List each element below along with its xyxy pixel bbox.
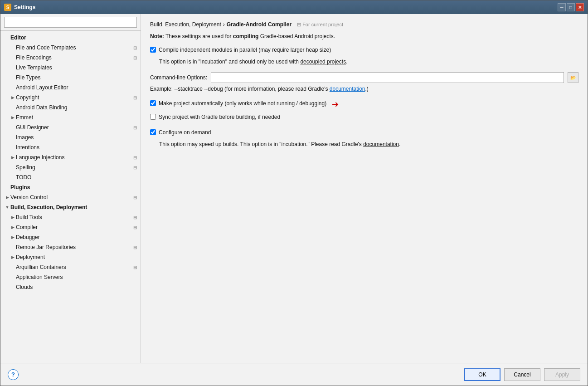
bottom-bar: ? OK Cancel Apply (0, 363, 588, 386)
sidebar-item-debugger[interactable]: ▶ Debugger (0, 232, 141, 242)
sidebar-item-intentions[interactable]: Intentions (0, 142, 141, 152)
compiler-label: Compiler (16, 224, 131, 230)
sidebar-item-deployment[interactable]: ▶ Deployment (0, 252, 141, 262)
images-label: Images (16, 134, 141, 141)
title-bar-left: S Settings (4, 4, 35, 11)
sidebar-item-version-control[interactable]: ▶ Version Control ⊟ (0, 192, 141, 202)
option2-row: Make project automatically (only works w… (150, 99, 578, 109)
sidebar-item-spelling[interactable]: Spelling ⊟ (0, 162, 141, 172)
sidebar-item-plugins[interactable]: Plugins (0, 182, 141, 192)
android-data-binding-label: Android Data Binding (16, 104, 141, 111)
cancel-button[interactable]: Cancel (504, 368, 540, 381)
arquillian-label: Arquillian Containers (16, 264, 131, 270)
close-button[interactable]: ✕ (576, 3, 584, 11)
decoupled-projects-link[interactable]: decoupled projects (300, 59, 346, 65)
sidebar-item-build-tools[interactable]: ▶ Build Tools ⊟ (0, 212, 141, 222)
compile-parallel-checkbox[interactable] (150, 47, 156, 53)
emmet-label: Emmet (16, 114, 141, 121)
example-doc-link[interactable]: documentation (330, 86, 365, 92)
remote-jar-repos-label: Remote Jar Repositories (16, 244, 131, 250)
clouds-label: Clouds (16, 284, 141, 290)
sidebar-item-arquillian[interactable]: Arquillian Containers ⊟ (0, 262, 141, 272)
build-tools-label: Build Tools (16, 214, 131, 220)
copy-icon-li: ⊟ (131, 154, 139, 161)
intentions-label: Intentions (16, 144, 141, 151)
sidebar-item-file-encodings[interactable]: File Encodings ⊟ (0, 53, 141, 63)
cmdline-row: Command-line Options: 📂 (150, 72, 578, 83)
option1-sub: This option is in "incubation" and shoul… (159, 59, 300, 65)
title-bar: S Settings ─ □ ✕ (0, 0, 588, 14)
option1-row: Compile independent modules in parallel … (150, 46, 578, 54)
breadcrumb-path: Build, Execution, Deployment (150, 21, 221, 28)
sidebar-item-images[interactable]: Images (0, 132, 141, 142)
sidebar-item-android-layout-editor[interactable]: Android Layout Editor (0, 83, 141, 93)
editor-label: Editor (10, 34, 141, 41)
configure-demand-label: Configure on demand (159, 128, 211, 137)
sidebar-item-clouds[interactable]: Clouds (0, 282, 141, 292)
sidebar-item-compiler[interactable]: ▶ Compiler ⊟ (0, 222, 141, 232)
breadcrumb-current: Gradle-Android Compiler (227, 21, 292, 28)
sidebar-item-build-execution[interactable]: ▼ Build, Execution, Deployment (0, 202, 141, 212)
arrow-bed: ▼ (4, 205, 10, 210)
help-icon: ? (11, 371, 15, 378)
sync-gradle-checkbox[interactable] (150, 114, 156, 120)
note-text: Note: These settings are used for compil… (150, 32, 578, 40)
sidebar-item-language-injections[interactable]: ▶ Language Injections ⊟ (0, 152, 141, 162)
arrow-li: ▶ (10, 155, 16, 160)
sidebar-item-gui-designer[interactable]: GUI Designer ⊟ (0, 122, 141, 132)
cmdline-label: Command-line Options: (150, 74, 207, 81)
note-bold: compiling (233, 33, 259, 39)
cmdline-browse-button[interactable]: 📂 (568, 72, 578, 83)
sidebar-item-todo[interactable]: TODO (0, 172, 141, 182)
sidebar-item-emmet[interactable]: ▶ Emmet (0, 112, 141, 122)
sidebar-item-file-types[interactable]: File Types (0, 73, 141, 83)
option4-row: Configure on demand (150, 128, 578, 137)
breadcrumb: Build, Execution, Deployment › Gradle-An… (150, 21, 578, 28)
sidebar-item-editor[interactable]: Editor (0, 33, 141, 43)
sidebar-item-live-templates[interactable]: Live Templates (0, 63, 141, 73)
make-auto-label: Make project automatically (only works w… (159, 99, 326, 107)
configure-demand-checkbox[interactable] (150, 129, 156, 135)
version-control-label: Version Control (10, 194, 131, 200)
copy-icon-vc: ⊟ (131, 194, 139, 201)
search-input[interactable] (4, 17, 137, 28)
tree-container: Editor File and Code Templates ⊟ File En… (0, 31, 141, 363)
dialog-buttons: OK Cancel Apply (464, 368, 580, 381)
sidebar-item-file-code-templates[interactable]: File and Code Templates ⊟ (0, 43, 141, 53)
sidebar-item-android-data-binding[interactable]: Android Data Binding (0, 103, 141, 112)
option4-sub: This option may speed up builds. This op… (159, 141, 363, 147)
minimize-button[interactable]: ─ (558, 3, 566, 11)
maximize-button[interactable]: □ (567, 3, 575, 11)
sidebar-item-app-servers[interactable]: Application Servers (0, 272, 141, 282)
title-bar-controls: ─ □ ✕ (558, 3, 584, 11)
copy-icon-spelling: ⊟ (131, 164, 139, 171)
breadcrumb-project: ⊟ For current project (297, 22, 343, 28)
option4-doc-link[interactable]: documentation (363, 141, 399, 147)
content-area: Editor File and Code Templates ⊟ File En… (0, 14, 588, 363)
sidebar-item-copyright[interactable]: ▶ Copyright ⊟ (0, 93, 141, 103)
compile-parallel-label: Compile independent modules in parallel … (159, 46, 331, 54)
file-types-label: File Types (16, 74, 141, 81)
copy-icon-copyright: ⊟ (131, 94, 139, 101)
window-title: Settings (14, 4, 35, 10)
live-templates-label: Live Templates (16, 64, 141, 71)
help-button[interactable]: ? (8, 369, 19, 380)
copy-icon-arquillian: ⊟ (131, 264, 139, 271)
breadcrumb-separator: › (223, 21, 225, 28)
search-box (0, 14, 141, 31)
sidebar-item-remote-jar-repos[interactable]: Remote Jar Repositories ⊟ (0, 242, 141, 252)
file-encodings-label: File Encodings (16, 54, 131, 61)
copy-icon-gui: ⊟ (131, 124, 139, 131)
arrow-copyright: ▶ (10, 95, 16, 100)
sync-gradle-label: Sync project with Gradle before building… (159, 113, 280, 121)
arrow-debugger: ▶ (10, 235, 16, 239)
ok-button[interactable]: OK (464, 368, 501, 381)
copyright-label: Copyright (16, 94, 131, 101)
copy-icon-rjr: ⊟ (131, 244, 139, 251)
red-arrow-annotation: ➔ (332, 99, 339, 109)
arrow-compiler: ▶ (10, 225, 16, 230)
arrow-emmet: ▶ (10, 115, 16, 120)
cmdline-input[interactable] (211, 72, 564, 83)
apply-button[interactable]: Apply (544, 368, 580, 381)
make-auto-checkbox[interactable] (150, 100, 156, 106)
